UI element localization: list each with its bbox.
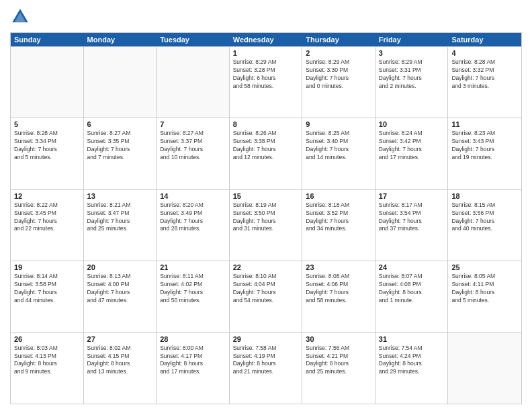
day-number: 9 bbox=[306, 120, 371, 128]
calendar-row-4: 26Sunrise: 8:03 AM Sunset: 4:13 PM Dayli… bbox=[11, 332, 521, 404]
day-number: 20 bbox=[87, 263, 153, 271]
day-cell-29: 29Sunrise: 7:58 AM Sunset: 4:19 PM Dayli… bbox=[230, 333, 303, 404]
day-info: Sunrise: 8:25 AM Sunset: 3:40 PM Dayligh… bbox=[306, 130, 371, 162]
day-cell-21: 21Sunrise: 8:11 AM Sunset: 4:02 PM Dayli… bbox=[157, 261, 230, 332]
day-info: Sunrise: 8:14 AM Sunset: 3:58 PM Dayligh… bbox=[14, 273, 80, 305]
day-info: Sunrise: 8:27 AM Sunset: 3:35 PM Dayligh… bbox=[87, 130, 153, 162]
day-info: Sunrise: 8:29 AM Sunset: 3:31 PM Dayligh… bbox=[379, 58, 445, 91]
calendar-row-0: 1Sunrise: 8:29 AM Sunset: 3:28 PM Daylig… bbox=[11, 46, 521, 118]
day-number: 23 bbox=[306, 263, 371, 271]
day-number: 27 bbox=[87, 335, 153, 343]
day-number: 15 bbox=[233, 192, 299, 200]
logo bbox=[10, 7, 33, 27]
empty-cell-4-6 bbox=[448, 333, 521, 404]
day-info: Sunrise: 8:24 AM Sunset: 3:42 PM Dayligh… bbox=[379, 130, 445, 162]
calendar-row-1: 5Sunrise: 8:28 AM Sunset: 3:34 PM Daylig… bbox=[11, 118, 521, 189]
day-number: 30 bbox=[306, 335, 371, 343]
day-cell-8: 8Sunrise: 8:26 AM Sunset: 3:38 PM Daylig… bbox=[230, 118, 303, 189]
day-cell-14: 14Sunrise: 8:20 AM Sunset: 3:49 PM Dayli… bbox=[157, 190, 230, 261]
day-info: Sunrise: 8:23 AM Sunset: 3:43 PM Dayligh… bbox=[451, 130, 518, 162]
day-cell-20: 20Sunrise: 8:13 AM Sunset: 4:00 PM Dayli… bbox=[84, 261, 157, 332]
day-number: 18 bbox=[451, 192, 518, 200]
day-info: Sunrise: 8:13 AM Sunset: 4:00 PM Dayligh… bbox=[87, 273, 153, 305]
day-cell-2: 2Sunrise: 8:29 AM Sunset: 3:30 PM Daylig… bbox=[302, 47, 375, 118]
day-number: 3 bbox=[379, 49, 445, 57]
day-cell-7: 7Sunrise: 8:27 AM Sunset: 3:37 PM Daylig… bbox=[157, 118, 230, 189]
calendar-row-2: 12Sunrise: 8:22 AM Sunset: 3:45 PM Dayli… bbox=[11, 189, 521, 261]
weekday-header-thursday: Thursday bbox=[302, 33, 375, 46]
day-number: 21 bbox=[160, 263, 226, 271]
day-number: 7 bbox=[160, 120, 226, 128]
day-cell-15: 15Sunrise: 8:19 AM Sunset: 3:50 PM Dayli… bbox=[230, 190, 303, 261]
day-number: 4 bbox=[451, 49, 518, 57]
day-info: Sunrise: 8:19 AM Sunset: 3:50 PM Dayligh… bbox=[233, 201, 299, 234]
day-cell-11: 11Sunrise: 8:23 AM Sunset: 3:43 PM Dayli… bbox=[448, 118, 521, 189]
day-number: 6 bbox=[87, 120, 153, 128]
weekday-header-monday: Monday bbox=[84, 33, 157, 46]
day-info: Sunrise: 8:29 AM Sunset: 3:28 PM Dayligh… bbox=[233, 58, 299, 91]
day-cell-10: 10Sunrise: 8:24 AM Sunset: 3:42 PM Dayli… bbox=[375, 118, 449, 189]
day-cell-27: 27Sunrise: 8:02 AM Sunset: 4:15 PM Dayli… bbox=[84, 333, 157, 404]
day-cell-18: 18Sunrise: 8:15 AM Sunset: 3:56 PM Dayli… bbox=[448, 190, 521, 261]
day-info: Sunrise: 8:17 AM Sunset: 3:54 PM Dayligh… bbox=[379, 201, 445, 234]
day-cell-4: 4Sunrise: 8:28 AM Sunset: 3:32 PM Daylig… bbox=[448, 47, 521, 118]
day-cell-9: 9Sunrise: 8:25 AM Sunset: 3:40 PM Daylig… bbox=[302, 118, 375, 189]
header bbox=[10, 7, 522, 27]
day-number: 5 bbox=[14, 120, 80, 128]
day-cell-13: 13Sunrise: 8:21 AM Sunset: 3:47 PM Dayli… bbox=[84, 190, 157, 261]
day-cell-6: 6Sunrise: 8:27 AM Sunset: 3:35 PM Daylig… bbox=[84, 118, 157, 189]
day-info: Sunrise: 8:20 AM Sunset: 3:49 PM Dayligh… bbox=[160, 201, 226, 234]
day-info: Sunrise: 8:26 AM Sunset: 3:38 PM Dayligh… bbox=[233, 130, 299, 162]
calendar-row-3: 19Sunrise: 8:14 AM Sunset: 3:58 PM Dayli… bbox=[11, 261, 521, 332]
day-number: 31 bbox=[379, 335, 445, 343]
day-number: 25 bbox=[451, 263, 518, 271]
day-cell-5: 5Sunrise: 8:28 AM Sunset: 3:34 PM Daylig… bbox=[11, 118, 84, 189]
day-number: 16 bbox=[306, 192, 371, 200]
day-number: 29 bbox=[233, 335, 299, 343]
day-info: Sunrise: 8:28 AM Sunset: 3:34 PM Dayligh… bbox=[14, 130, 80, 162]
day-number: 1 bbox=[233, 49, 299, 57]
day-number: 19 bbox=[14, 263, 80, 271]
day-cell-31: 31Sunrise: 7:54 AM Sunset: 4:24 PM Dayli… bbox=[375, 333, 449, 404]
empty-cell-0-2 bbox=[157, 47, 230, 118]
day-info: Sunrise: 7:56 AM Sunset: 4:21 PM Dayligh… bbox=[306, 345, 371, 377]
day-info: Sunrise: 8:03 AM Sunset: 4:13 PM Dayligh… bbox=[14, 345, 80, 377]
day-number: 14 bbox=[160, 192, 226, 200]
day-number: 8 bbox=[233, 120, 299, 128]
day-info: Sunrise: 8:18 AM Sunset: 3:52 PM Dayligh… bbox=[306, 201, 371, 234]
day-number: 11 bbox=[451, 120, 518, 128]
calendar-body: 1Sunrise: 8:29 AM Sunset: 3:28 PM Daylig… bbox=[11, 46, 521, 404]
day-info: Sunrise: 8:00 AM Sunset: 4:17 PM Dayligh… bbox=[160, 345, 226, 377]
day-info: Sunrise: 8:05 AM Sunset: 4:11 PM Dayligh… bbox=[451, 273, 518, 305]
day-info: Sunrise: 7:54 AM Sunset: 4:24 PM Dayligh… bbox=[379, 345, 445, 377]
day-info: Sunrise: 8:21 AM Sunset: 3:47 PM Dayligh… bbox=[87, 201, 153, 234]
day-info: Sunrise: 8:22 AM Sunset: 3:45 PM Dayligh… bbox=[14, 201, 80, 234]
day-cell-30: 30Sunrise: 7:56 AM Sunset: 4:21 PM Dayli… bbox=[302, 333, 375, 404]
empty-cell-0-0 bbox=[11, 47, 84, 118]
day-cell-19: 19Sunrise: 8:14 AM Sunset: 3:58 PM Dayli… bbox=[11, 261, 84, 332]
weekday-header-saturday: Saturday bbox=[448, 33, 521, 46]
day-cell-1: 1Sunrise: 8:29 AM Sunset: 3:28 PM Daylig… bbox=[230, 47, 303, 118]
weekday-header-sunday: Sunday bbox=[11, 33, 84, 46]
day-cell-24: 24Sunrise: 8:07 AM Sunset: 4:08 PM Dayli… bbox=[375, 261, 449, 332]
weekday-header-tuesday: Tuesday bbox=[157, 33, 230, 46]
day-info: Sunrise: 8:27 AM Sunset: 3:37 PM Dayligh… bbox=[160, 130, 226, 162]
weekday-header-wednesday: Wednesday bbox=[230, 33, 303, 46]
day-info: Sunrise: 8:07 AM Sunset: 4:08 PM Dayligh… bbox=[379, 273, 445, 305]
day-cell-16: 16Sunrise: 8:18 AM Sunset: 3:52 PM Dayli… bbox=[302, 190, 375, 261]
day-info: Sunrise: 8:28 AM Sunset: 3:32 PM Dayligh… bbox=[451, 58, 518, 91]
day-cell-3: 3Sunrise: 8:29 AM Sunset: 3:31 PM Daylig… bbox=[375, 47, 449, 118]
day-number: 22 bbox=[233, 263, 299, 271]
calendar-header: SundayMondayTuesdayWednesdayThursdayFrid… bbox=[11, 33, 521, 46]
day-number: 2 bbox=[306, 49, 371, 57]
day-info: Sunrise: 8:29 AM Sunset: 3:30 PM Dayligh… bbox=[306, 58, 371, 91]
day-number: 28 bbox=[160, 335, 226, 343]
day-cell-26: 26Sunrise: 8:03 AM Sunset: 4:13 PM Dayli… bbox=[11, 333, 84, 404]
day-info: Sunrise: 8:15 AM Sunset: 3:56 PM Dayligh… bbox=[451, 201, 518, 234]
day-number: 17 bbox=[379, 192, 445, 200]
calendar: SundayMondayTuesdayWednesdayThursdayFrid… bbox=[10, 32, 522, 404]
day-number: 24 bbox=[379, 263, 445, 271]
day-cell-17: 17Sunrise: 8:17 AM Sunset: 3:54 PM Dayli… bbox=[375, 190, 449, 261]
weekday-header-friday: Friday bbox=[375, 33, 449, 46]
day-cell-25: 25Sunrise: 8:05 AM Sunset: 4:11 PM Dayli… bbox=[448, 261, 521, 332]
